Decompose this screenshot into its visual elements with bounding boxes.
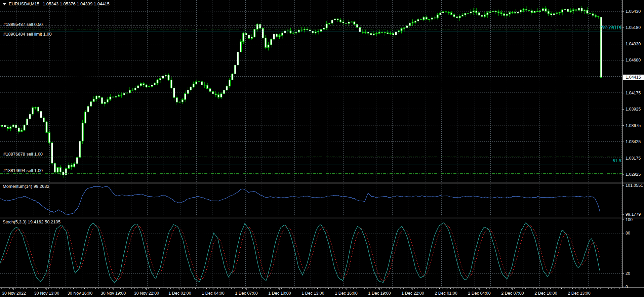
order-line-label[interactable]: #18901484 sell limit 1.00 [3, 32, 52, 37]
svg-text:101.0551: 101.0551 [626, 183, 643, 188]
svg-text:1 Dec 19:00: 1 Dec 19:00 [368, 291, 391, 296]
svg-text:1.02925: 1.02925 [626, 172, 641, 177]
svg-text:99.1779: 99.1779 [626, 212, 641, 217]
svg-text:1.04930: 1.04930 [626, 42, 641, 46]
svg-text:2 Dec 01:00: 2 Dec 01:00 [435, 291, 457, 296]
svg-text:80: 80 [626, 231, 630, 236]
svg-text:1.05430: 1.05430 [626, 9, 641, 14]
momentum-indicator-header[interactable]: Momentum(14) 99.2632 [3, 184, 49, 189]
svg-text:1.03925: 1.03925 [626, 107, 641, 112]
chart-ohlc-values: 1.05343 1.05376 1.04339 1.04415 [43, 2, 110, 6]
svg-text:1 Dec 22:00: 1 Dec 22:00 [401, 291, 424, 296]
svg-text:1.03425: 1.03425 [626, 139, 641, 144]
svg-text:1 Dec 01:00: 1 Dec 01:00 [168, 291, 191, 296]
current-price-tag: 1.04415 [623, 75, 644, 80]
svg-text:30 Nov 2022: 30 Nov 2022 [2, 291, 26, 296]
chart-canvas[interactable]: 1.054301.051801.049301.046801.041751.039… [0, 0, 644, 297]
svg-text:1.04680: 1.04680 [626, 58, 641, 62]
one-click-trading-arrow-icon[interactable] [2, 3, 6, 5]
svg-text:1 Dec 16:00: 1 Dec 16:00 [335, 291, 357, 296]
svg-text:100: 100 [626, 217, 633, 222]
svg-text:0: 0 [626, 285, 628, 289]
svg-text:30 Nov 13:00: 30 Nov 13:00 [34, 291, 59, 296]
chart-symbol-period: EURUSD#,M15 [9, 2, 39, 6]
stochastic-indicator-header[interactable]: Stoch(5,3,3) 19.4162 50.2105 [3, 220, 61, 224]
chart-title: EURUSD#,M15 1.05343 1.05376 1.04339 1.04… [2, 2, 110, 6]
svg-text:2 Dec 04:00: 2 Dec 04:00 [468, 291, 490, 296]
fib-level-label: 781.05115 [601, 26, 621, 30]
svg-text:1.04175: 1.04175 [626, 91, 641, 95]
svg-text:1.03675: 1.03675 [626, 123, 641, 128]
svg-text:1.03175: 1.03175 [626, 156, 641, 161]
order-line-label[interactable]: #18895487 sell 0.50 [3, 22, 43, 27]
order-line-label[interactable]: #18876878 sell 1.00 [3, 152, 43, 157]
svg-text:1 Dec 10:00: 1 Dec 10:00 [268, 291, 291, 296]
svg-text:30 Nov 22:00: 30 Nov 22:00 [134, 291, 159, 296]
mt4-chart-window: 1.054301.051801.049301.046801.041751.039… [0, 0, 644, 297]
order-line-label[interactable]: #18814694 sell 1.00 [3, 168, 43, 173]
svg-text:1.05180: 1.05180 [626, 25, 641, 30]
svg-text:1 Dec 07:00: 1 Dec 07:00 [235, 291, 257, 296]
svg-text:2 Dec 13:00: 2 Dec 13:00 [568, 291, 590, 296]
svg-text:2 Dec 07:00: 2 Dec 07:00 [501, 291, 524, 296]
svg-text:30 Nov 16:00: 30 Nov 16:00 [68, 291, 92, 296]
svg-text:1 Dec 04:00: 1 Dec 04:00 [202, 291, 224, 296]
fib-level-label: 61.8 [613, 159, 621, 163]
svg-text:30 Nov 19:00: 30 Nov 19:00 [101, 291, 126, 296]
svg-text:1 Dec 13:00: 1 Dec 13:00 [301, 291, 324, 296]
svg-text:2 Dec 10:00: 2 Dec 10:00 [534, 291, 557, 296]
svg-text:20: 20 [626, 271, 630, 276]
